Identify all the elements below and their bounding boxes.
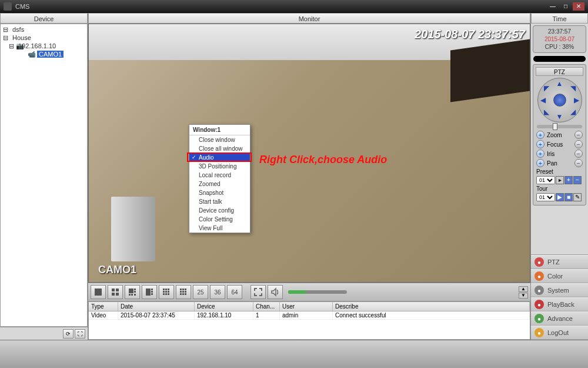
tree-item[interactable]: ⊟House xyxy=(2,34,86,42)
ptz-right-button[interactable]: ▶ xyxy=(574,96,579,104)
context-item-audio[interactable]: Audio xyxy=(189,153,250,162)
svg-rect-2 xyxy=(116,289,119,291)
layout-4-button[interactable] xyxy=(108,285,123,299)
layout-16-button[interactable] xyxy=(176,285,191,299)
footer xyxy=(0,340,588,368)
device-toolbar: ⟳ ⛶ xyxy=(0,327,88,340)
ptz-center-button[interactable] xyxy=(553,94,566,107)
device-btn-b[interactable]: ⛶ xyxy=(75,329,85,339)
svg-rect-17 xyxy=(168,289,169,290)
tree-item-camera[interactable]: 📹CAMO1 xyxy=(2,50,86,58)
scroll-up-button[interactable]: ▲ xyxy=(519,286,528,292)
context-item-device-config[interactable]: Device config xyxy=(189,206,250,215)
svg-rect-15 xyxy=(163,289,165,290)
col-user[interactable]: User xyxy=(280,302,333,311)
maximize-button[interactable]: □ xyxy=(560,2,572,11)
svg-rect-1 xyxy=(112,289,115,291)
context-item-start-talk[interactable]: Start talk xyxy=(189,197,250,206)
context-item-color-setting[interactable]: Color Setting xyxy=(189,215,250,224)
log-row[interactable]: Video2015-08-07 23:37:45192.168.1.101adm… xyxy=(89,311,530,320)
context-item-local-record[interactable]: Local record xyxy=(189,171,250,180)
layout-25-button[interactable]: 25 xyxy=(193,285,208,299)
col-date[interactable]: Date xyxy=(118,302,195,311)
tour-play-button[interactable]: ▶ xyxy=(556,193,564,201)
ptz-pan-plus-button[interactable]: + xyxy=(536,159,544,167)
annotation-text: Right Click,choose Audio xyxy=(259,154,387,166)
ptz-left-button[interactable]: ◀ xyxy=(540,96,546,104)
cpu-usage: CPU : 38% xyxy=(535,43,584,51)
volume-slider[interactable] xyxy=(288,290,347,294)
scroll-down-button[interactable]: ▼ xyxy=(519,293,528,299)
layout-9-button[interactable] xyxy=(159,285,174,299)
ptz-iris-plus-button[interactable]: + xyxy=(536,150,544,158)
svg-rect-13 xyxy=(151,291,153,293)
video-frame xyxy=(89,24,530,282)
minimize-button[interactable]: — xyxy=(547,2,559,11)
fullscreen-button[interactable] xyxy=(250,285,266,299)
ptz-focus-plus-button[interactable]: + xyxy=(536,140,544,148)
app-title: CMS xyxy=(15,3,29,10)
tree-item-device[interactable]: ⊟ 📷192.168.1.10 xyxy=(2,42,86,50)
context-item-zoomed[interactable]: Zoomed xyxy=(189,180,250,188)
menu-logout[interactable]: ●LogOut xyxy=(531,326,588,340)
ptz-icon: ● xyxy=(534,257,544,267)
svg-rect-23 xyxy=(168,293,169,295)
tour-select[interactable]: 01 xyxy=(536,193,555,201)
ptz-focus-minus-button[interactable]: − xyxy=(574,140,583,148)
menu-ptz[interactable]: ●PTZ xyxy=(531,255,588,269)
svg-rect-28 xyxy=(182,291,184,293)
menu-advance[interactable]: ●Advance xyxy=(531,311,588,326)
context-item-view-full[interactable]: View Full xyxy=(189,224,250,233)
ptz-upright-button[interactable]: ◥ xyxy=(570,84,576,92)
layout-36-button[interactable]: 36 xyxy=(210,285,225,299)
layout-1-button[interactable] xyxy=(91,285,106,299)
preset-del-button[interactable]: − xyxy=(573,176,582,184)
svg-rect-6 xyxy=(134,289,136,290)
close-button[interactable]: ✕ xyxy=(573,2,584,11)
ptz-downright-button[interactable]: ◢ xyxy=(570,108,576,116)
svg-rect-31 xyxy=(182,293,184,295)
col-device[interactable]: Device xyxy=(195,302,253,311)
ptz-speed-slider[interactable] xyxy=(537,125,582,128)
col-channel[interactable]: Chan... xyxy=(253,302,280,311)
time-header: Time xyxy=(531,13,588,24)
preset-go-button[interactable]: ▸ xyxy=(556,176,564,184)
tour-stop-button[interactable]: ■ xyxy=(564,193,573,201)
tour-edit-button[interactable]: ✎ xyxy=(573,193,582,201)
col-type[interactable]: Type xyxy=(89,302,118,311)
preset-add-button[interactable]: + xyxy=(564,176,573,184)
context-item-snapshot[interactable]: Snapshot xyxy=(189,188,250,197)
context-item-3d-positioning[interactable]: 3D Positioning xyxy=(189,162,250,171)
context-item-close-window[interactable]: Close window xyxy=(189,135,250,144)
video-area[interactable]: 2015-08-07 23:37:57 CAMO1 Window:1 Close… xyxy=(88,24,530,283)
menu-label: PTZ xyxy=(547,258,560,266)
tree-item[interactable]: ⊟dsfs xyxy=(2,25,86,34)
ptz-downleft-button[interactable]: ◣ xyxy=(544,108,549,116)
ptz-title: PTZ xyxy=(536,67,583,76)
menu-playback[interactable]: ●PlayBack xyxy=(531,297,588,311)
preset-select[interactable]: 01 xyxy=(536,176,555,184)
menu-label: Color xyxy=(547,273,563,280)
layout-6-button[interactable] xyxy=(125,285,140,299)
menu-color[interactable]: ●Color xyxy=(531,269,588,283)
layout-8-button[interactable] xyxy=(142,285,157,299)
ptz-pan-minus-button[interactable]: − xyxy=(574,159,583,167)
ptz-zoom-plus-button[interactable]: + xyxy=(536,131,544,139)
layout-64-button[interactable]: 64 xyxy=(227,285,242,299)
context-item-close-all-window[interactable]: Close all window xyxy=(189,144,250,153)
device-btn-a[interactable]: ⟳ xyxy=(63,329,74,339)
menu-system[interactable]: ●System xyxy=(531,283,588,297)
ptz-iris-minus-button[interactable]: − xyxy=(574,150,583,158)
app-logo-icon xyxy=(4,2,12,11)
ptz-up-button[interactable]: ▲ xyxy=(556,79,563,88)
audio-button[interactable] xyxy=(268,285,283,299)
folder-icon: ⊟ xyxy=(3,26,11,33)
ptz-down-button[interactable]: ▼ xyxy=(556,112,563,121)
device-tree[interactable]: ⊟dsfs ⊟House ⊟ 📷192.168.1.10 📹CAMO1 xyxy=(0,24,88,327)
ptz-zoom-minus-button[interactable]: − xyxy=(574,131,583,139)
svg-rect-25 xyxy=(182,289,184,290)
col-describe[interactable]: Describe xyxy=(333,302,530,311)
camera-label: CAMO1 xyxy=(98,264,136,276)
ptz-upleft-button[interactable]: ◤ xyxy=(544,84,549,92)
menu-label: LogOut xyxy=(547,329,569,336)
